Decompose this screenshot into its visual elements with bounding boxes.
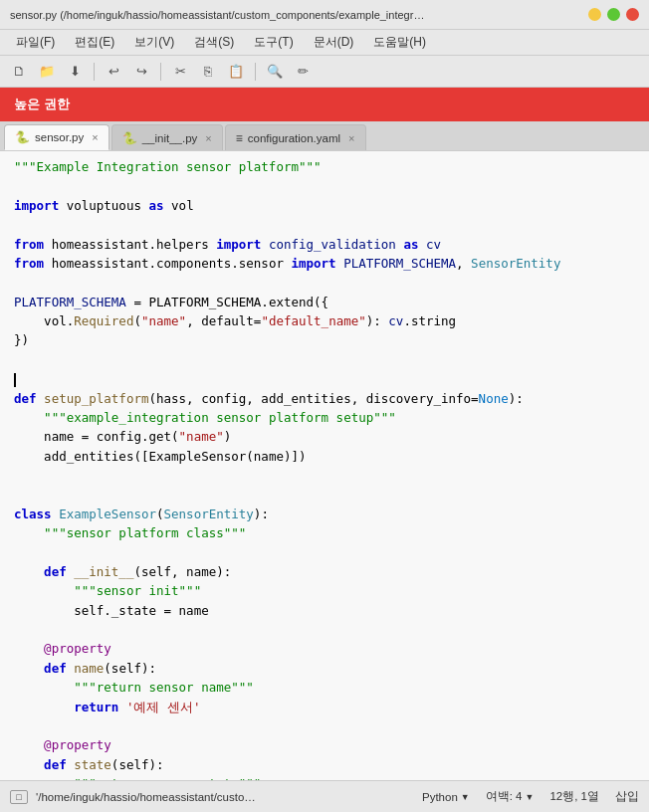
language-label: Python [422, 791, 458, 803]
tab-label-config: configuration.yaml [248, 132, 340, 144]
tab-config-yaml[interactable]: ≡ configuration.yaml × [225, 124, 366, 150]
spaces-selector[interactable]: 여백: 4 ▼ [486, 789, 535, 804]
undo-button[interactable]: ↩ [103, 61, 124, 83]
alert-text: 높은 권한 [14, 96, 70, 113]
python-icon-2: 🐍 [122, 131, 137, 145]
new-file-button[interactable]: 🗋 [8, 61, 30, 83]
menu-tools[interactable]: 도구(T) [246, 32, 301, 53]
separator-2 [160, 63, 161, 81]
yaml-icon: ≡ [236, 131, 243, 145]
menu-help[interactable]: 도움말(H) [365, 32, 434, 53]
redo-button[interactable]: ↪ [130, 61, 152, 83]
language-selector[interactable]: Python ▼ [422, 791, 470, 803]
tab-close-sensor[interactable]: × [92, 131, 98, 143]
paste-button[interactable]: 📋 [225, 61, 247, 83]
menu-file[interactable]: 파일(F) [8, 32, 63, 53]
separator-1 [94, 63, 95, 81]
spaces-label: 여백: 4 [486, 789, 523, 804]
save-button[interactable]: ⬇ [64, 61, 86, 83]
status-path: '/home/inguk/hassio/homeassistant/custo… [36, 791, 256, 803]
spaces-arrow-icon: ▼ [526, 792, 535, 802]
cut-button[interactable]: ✂ [169, 61, 191, 83]
status-right: Python ▼ 여백: 4 ▼ 12행, 1열 삽입 [422, 789, 639, 804]
status-bar: □ '/home/inguk/hassio/homeassistant/cust… [0, 780, 649, 812]
tab-label-sensor: sensor.py [35, 131, 84, 143]
file-icon: □ [10, 790, 28, 804]
tab-sensor-py[interactable]: 🐍 sensor.py × [4, 124, 109, 150]
tab-close-init[interactable]: × [205, 132, 211, 144]
menu-bar: 파일(F) 편집(E) 보기(V) 검색(S) 도구(T) 문서(D) 도움말(… [0, 30, 649, 56]
menu-search[interactable]: 검색(S) [186, 32, 242, 53]
separator-3 [255, 63, 256, 81]
tab-close-config[interactable]: × [348, 132, 354, 144]
editor-mode: 삽입 [615, 789, 639, 804]
code-content: """Example Integration sensor platform""… [0, 157, 649, 780]
title-bar: sensor.py (/home/inguk/hassio/homeassist… [0, 0, 649, 30]
alert-bar: 높은 권한 [0, 88, 649, 121]
close-button[interactable] [626, 8, 639, 21]
copy-button[interactable]: ⎘ [197, 61, 219, 83]
language-arrow-icon: ▼ [461, 792, 470, 802]
open-button[interactable]: 📁 [36, 61, 58, 83]
replace-button[interactable]: ✏ [292, 61, 314, 83]
window-controls [588, 8, 639, 21]
cursor-position: 12행, 1열 [549, 789, 599, 804]
menu-docs[interactable]: 문서(D) [306, 32, 362, 53]
search-button[interactable]: 🔍 [264, 61, 286, 83]
tab-bar: 🐍 sensor.py × 🐍 __init__.py × ≡ configur… [0, 121, 649, 151]
minimize-button[interactable] [588, 8, 601, 21]
menu-edit[interactable]: 편집(E) [67, 32, 122, 53]
menu-view[interactable]: 보기(V) [126, 32, 182, 53]
title-text: sensor.py (/home/inguk/hassio/homeassist… [10, 9, 588, 21]
python-icon-1: 🐍 [15, 130, 30, 144]
toolbar: 🗋 📁 ⬇ ↩ ↪ ✂ ⎘ 📋 🔍 ✏ [0, 56, 649, 88]
editor-area[interactable]: """Example Integration sensor platform""… [0, 151, 649, 780]
tab-label-init: __init__.py [142, 132, 198, 144]
status-left: □ '/home/inguk/hassio/homeassistant/cust… [10, 790, 412, 804]
tab-init-py[interactable]: 🐍 __init__.py × [111, 124, 223, 150]
code-pre: """Example Integration sensor platform""… [14, 157, 639, 780]
code-editor[interactable]: """Example Integration sensor platform""… [0, 151, 649, 780]
maximize-button[interactable] [607, 8, 620, 21]
